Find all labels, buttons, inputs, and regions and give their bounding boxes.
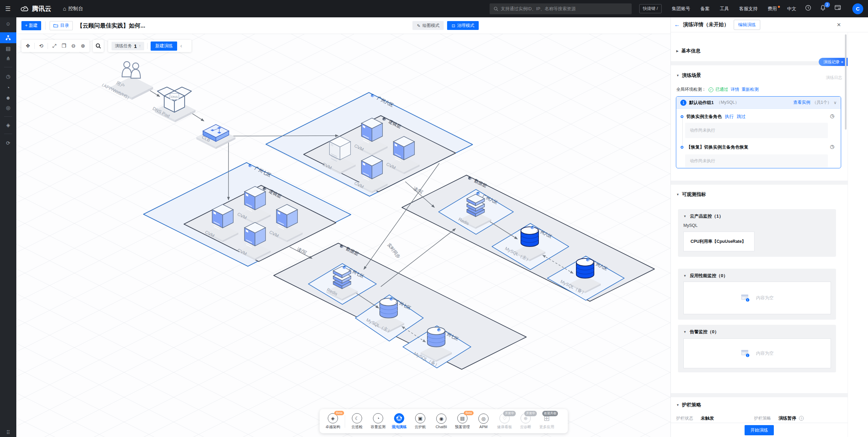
caret-down-icon: ▼	[676, 74, 679, 77]
sidebar-divider	[4, 67, 12, 67]
dock-item-cloud-escort[interactable]: ▣ 云护航	[411, 413, 429, 430]
user-avatar[interactable]: C	[852, 3, 863, 14]
drill-record-tab[interactable]: 演练记录«	[819, 58, 848, 66]
zoom-in-icon[interactable]: ⊕	[80, 43, 86, 49]
dock-item-more-apps[interactable]: 欢迎共创 ⊞ 更多应用	[538, 413, 556, 430]
drill-log-tab[interactable]: 演练日志	[826, 75, 842, 81]
collapse-chevron-icon[interactable]: ‹	[180, 43, 182, 49]
section-guardrail[interactable]: ▼ 护栏策略	[676, 402, 701, 408]
menu-icp[interactable]: 备案	[700, 6, 710, 12]
draw-mode-button[interactable]: ✎绘图模式	[412, 21, 444, 30]
home-icon: ⌂	[63, 6, 66, 12]
dock-divider	[345, 415, 345, 428]
tencent-cloud-logo[interactable]: 腾讯云	[20, 4, 51, 13]
sidebar-item-badge[interactable]: ◈	[0, 120, 16, 130]
dock-item-health-board[interactable]: 开发中 ♡ 健康看板	[495, 413, 514, 430]
new-button[interactable]: + 新建	[21, 21, 41, 30]
dock-item-plan-management[interactable]: Beta ▤ 预案管理	[453, 413, 472, 430]
cloud-product-monitor-header[interactable]: ▼ 云产品监控（1）	[683, 213, 723, 219]
sidebar-item-topology[interactable]: ⋔	[0, 53, 16, 64]
empty-state: 内容为空	[683, 338, 831, 368]
sidebar-item-architecture-active[interactable]	[0, 32, 16, 43]
sidebar-item-report[interactable]: ▤	[0, 44, 16, 54]
alarm-monitor-header[interactable]: ▼ 告警监控（0）	[683, 329, 719, 335]
sidebar-item-inspection[interactable]: ◷	[0, 71, 16, 82]
sidebar-item-apps-grid[interactable]: ⠿	[0, 427, 16, 437]
drill-task-bar: 演练任务1↑ 新建演练 ‹	[108, 40, 191, 52]
back-icon[interactable]: ←	[674, 21, 680, 28]
chevron-down-icon[interactable]: ∨	[834, 100, 837, 105]
sidebar-item-chaos[interactable]: ☻	[0, 93, 16, 103]
group-number-badge: 1	[680, 100, 686, 106]
panel-header: ← 演练详情（未开始） 编辑演练 ✕	[671, 17, 868, 32]
dock-item-cloud-patrol[interactable]: ☾ 云巡检	[348, 413, 366, 430]
section-drill-scene[interactable]: ▼ 演练场景	[676, 72, 701, 79]
cloud-escort-icon: ▣	[415, 413, 425, 423]
dock-item-apm[interactable]: ◎ APM	[474, 414, 493, 429]
sidebar-item-sync[interactable]: ⟳	[0, 138, 16, 148]
chatbi-icon: ◉	[436, 414, 446, 424]
sidebar-item-advisor[interactable]: ☺	[0, 18, 16, 29]
chaos-monkey-icon	[394, 413, 404, 423]
dock-item-chatbi[interactable]: ◉ ChatBI	[432, 414, 450, 429]
apm-icon: ◎	[478, 414, 489, 424]
dock-item-capacity-monitor[interactable]: ◔ 容量监测	[369, 413, 387, 430]
pan-tool-icon[interactable]: ✥	[25, 43, 31, 49]
close-icon[interactable]: ✕	[837, 22, 841, 28]
workspace-settings-icon[interactable]	[835, 5, 841, 12]
dock-item-cloud-diagnosis[interactable]: 开发中 ⊕ 云诊断	[516, 413, 535, 430]
document-title[interactable]: 【云顾问最佳实践】如何...	[77, 22, 145, 30]
menu-tools[interactable]: 工具	[720, 6, 729, 12]
action-group-header[interactable]: 1 默认动作组1 （MySQL） 查看实例 （共1个） ∨	[676, 97, 841, 109]
env-recheck-link[interactable]: 重新检测	[742, 87, 759, 93]
sidebar-item-escort[interactable]: ◎	[0, 103, 16, 113]
start-drill-button[interactable]: 开始演练	[745, 425, 774, 435]
metric-chip[interactable]: CPU利用率【CpuUseRate】	[683, 232, 754, 251]
fullscreen-icon[interactable]: ⤢	[51, 43, 57, 49]
action-group-card: 1 默认动作组1 （MySQL） 查看实例 （共1个） ∨ 切换实例主备角色 执…	[676, 96, 841, 168]
search-icon	[96, 43, 101, 49]
catalog-button[interactable]: 目录	[50, 21, 73, 30]
menu-group-account[interactable]: 集团账号	[672, 6, 690, 12]
caret-down-icon: ▼	[676, 193, 679, 196]
fit-view-icon[interactable]: ❐	[61, 43, 67, 49]
dock-item-chaos-drill-active[interactable]: 混沌演练	[390, 413, 408, 430]
dock-item-well-architected[interactable]: Beta ◈ 卓越架构	[324, 413, 342, 430]
sidebar-item-capacity[interactable]: ◔	[0, 82, 16, 93]
env-detail-link[interactable]: 详情	[731, 87, 739, 93]
edit-drill-button[interactable]: 编辑演练	[734, 20, 760, 30]
execute-link[interactable]: 执行	[725, 114, 734, 120]
zoom-out-icon[interactable]: ⊖	[70, 43, 76, 49]
section-metrics[interactable]: ▼ 可观测指标	[676, 191, 706, 198]
global-search[interactable]	[490, 3, 632, 14]
sitemap-icon	[5, 35, 11, 40]
panel-footer: 开始演练	[671, 423, 848, 437]
section-basic-info[interactable]: ▶ 基本信息	[676, 48, 700, 54]
panel-scrollbar[interactable]	[845, 34, 847, 130]
search-input[interactable]	[501, 6, 628, 11]
govern-mode-button[interactable]: ⊡治理模式	[447, 21, 478, 30]
menu-language[interactable]: 中文	[787, 6, 796, 12]
menu-billing[interactable]: 费用	[768, 6, 777, 12]
drill-task-counter[interactable]: 演练任务1↑	[112, 42, 144, 50]
help-icon[interactable]	[805, 5, 811, 13]
canvas-search-button[interactable]	[93, 40, 104, 52]
notification-badge: 2	[824, 2, 830, 7]
skip-link[interactable]: 跳过	[737, 114, 746, 120]
shortcut-hint[interactable]: 快捷键 /	[639, 4, 662, 13]
left-sidebar: ☺ ▤ ⋔ ◷ ◔ ☻ ◎ ◈ ⟳ ⠿	[0, 17, 16, 437]
diagram-canvas[interactable]: DNS 广州六区 广州七区 广州六区 广州六区 广州六区 广州	[16, 34, 670, 437]
notification-bell-icon[interactable]: 2	[820, 5, 826, 13]
apm-monitor-header[interactable]: ▼ 应用性能监控（0）	[683, 273, 728, 279]
rotate-2d-icon[interactable]: ⟲	[38, 43, 44, 49]
guardrail-status-row: 护栏状态 未触发 护栏策略 演练暂停 ?	[676, 415, 839, 421]
menu-support[interactable]: 客服支持	[739, 6, 758, 12]
new-drill-button[interactable]: 新建演练	[151, 41, 177, 51]
view-instances-link[interactable]: 查看实例	[793, 100, 810, 105]
alarm-monitor-card: ▼ 告警监控（0） 内容为空	[678, 325, 836, 372]
console-tab[interactable]: ⌂ 控制台	[63, 5, 83, 12]
help-question-icon[interactable]: ?	[799, 416, 804, 421]
brand-text: 腾讯云	[32, 4, 51, 13]
clock-icon: ◷	[830, 144, 834, 150]
hamburger-menu-icon[interactable]: ☰	[0, 5, 16, 13]
